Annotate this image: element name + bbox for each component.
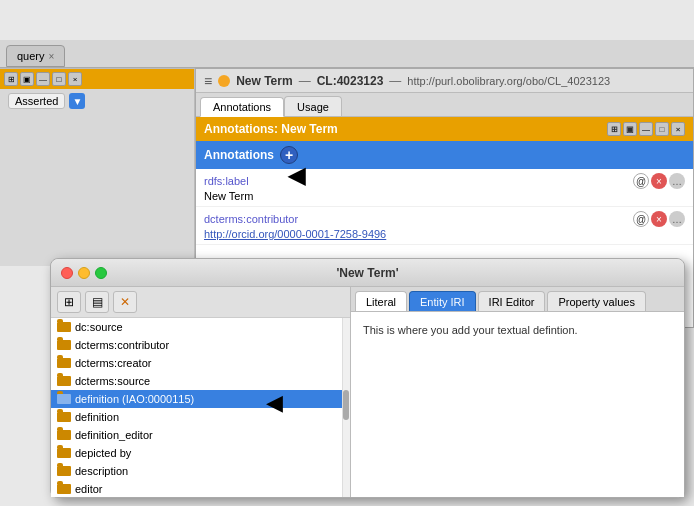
folder-icon <box>57 322 71 332</box>
sidebar-icon-1[interactable]: ⊞ <box>4 72 18 86</box>
rdfs-label-actions: @ × … <box>633 173 685 189</box>
separator1: — <box>299 74 311 88</box>
rdfs-label-header: rdfs:label @ × … <box>204 173 685 189</box>
list-item[interactable]: dc:source <box>51 318 350 336</box>
cl-url: http://purl.obolibrary.org/obo/CL_402312… <box>407 75 610 87</box>
header-icon-5[interactable]: × <box>671 122 685 136</box>
contributor-url-value[interactable]: http://orcid.org/0000-0001-7258-9496 <box>204 228 685 240</box>
rdfs-label-edit-btn[interactable]: … <box>669 173 685 189</box>
menu-icon[interactable]: ≡ <box>204 73 212 89</box>
tab-iri-editor[interactable]: IRI Editor <box>478 291 546 311</box>
sidebar-icon-3[interactable]: — <box>36 72 50 86</box>
toolbar-btn-3[interactable]: ✕ <box>113 291 137 313</box>
list-item[interactable]: editor <box>51 480 350 497</box>
list-item[interactable]: depicted by <box>51 444 350 462</box>
toolbar-btn-2[interactable]: ▤ <box>85 291 109 313</box>
dcterms-contributor-label: dcterms:contributor <box>204 213 298 225</box>
dcterms-contributor-header: dcterms:contributor @ × … <box>204 211 685 227</box>
folder-icon <box>57 358 71 368</box>
rdfs-label-at-btn[interactable]: @ <box>633 173 649 189</box>
dialog-left-toolbar: ⊞ ▤ ✕ <box>51 287 350 318</box>
dcterms-contributor-actions: @ × … <box>633 211 685 227</box>
window-title: New Term <box>236 74 292 88</box>
contributor-at-btn[interactable]: @ <box>633 211 649 227</box>
folder-icon <box>57 340 71 350</box>
separator2: — <box>389 74 401 88</box>
list-item[interactable]: dcterms:creator <box>51 354 350 372</box>
dialog-right-content: This is where you add your textual defin… <box>351 312 684 497</box>
dialog-content-text: This is where you add your textual defin… <box>363 324 578 336</box>
scrollbar-thumb[interactable] <box>343 390 349 420</box>
tab-usage[interactable]: Usage <box>284 96 342 116</box>
maximize-traffic-light[interactable] <box>95 267 107 279</box>
scrollbar-track <box>342 318 350 497</box>
list-item[interactable]: definition <box>51 408 350 426</box>
annotations-header: Annotations: New Term ⊞ ▣ — □ × <box>196 117 693 141</box>
query-tab-close[interactable]: × <box>49 51 55 62</box>
annotation-add-row: Annotations + <box>196 141 693 169</box>
top-tab-bar: query × <box>0 40 694 68</box>
header-icon-4[interactable]: □ <box>655 122 669 136</box>
sidebar-icon-2[interactable]: ▣ <box>20 72 34 86</box>
asserted-row: Asserted ▼ <box>0 89 194 113</box>
status-dot <box>218 75 230 87</box>
toolbar-btn-1[interactable]: ⊞ <box>57 291 81 313</box>
left-sidebar: ⊞ ▣ — □ × Asserted ▼ <box>0 68 195 266</box>
dialog-body: ⊞ ▤ ✕ dc:source dcterms:contributor dcte… <box>51 287 684 497</box>
query-tab[interactable]: query × <box>6 45 65 67</box>
folder-icon <box>57 412 71 422</box>
annotations-section-label: Annotations <box>204 148 274 162</box>
list-item[interactable]: description <box>51 462 350 480</box>
asserted-dropdown[interactable]: ▼ <box>69 93 85 109</box>
folder-icon <box>57 448 71 458</box>
list-item[interactable]: definition_editor <box>51 426 350 444</box>
header-icon-3[interactable]: — <box>639 122 653 136</box>
dcterms-contributor-item: dcterms:contributor @ × … http://orcid.o… <box>196 207 693 245</box>
rdfs-label-value: New Term <box>204 190 685 202</box>
tab-literal[interactable]: Literal <box>355 291 407 311</box>
dialog-right-panel: Literal Entity IRI IRI Editor Property v… <box>351 287 684 497</box>
annotations-content: Annotations + rdfs:label @ × … New Term … <box>196 141 693 245</box>
main-titlebar: ≡ New Term — CL:4023123 — http://purl.ob… <box>196 69 693 93</box>
contributor-delete-btn[interactable]: × <box>651 211 667 227</box>
cl-id: CL:4023123 <box>317 74 384 88</box>
asserted-label: Asserted <box>8 93 65 109</box>
sidebar-icon-4[interactable]: □ <box>52 72 66 86</box>
close-traffic-light[interactable] <box>61 267 73 279</box>
minimize-traffic-light[interactable] <box>78 267 90 279</box>
window-tabs: Annotations Usage <box>196 93 693 117</box>
tab-property-values[interactable]: Property values <box>547 291 645 311</box>
folder-icon <box>57 376 71 386</box>
folder-icon <box>57 466 71 476</box>
dialog-titlebar: 'New Term' <box>51 259 684 287</box>
contributor-edit-btn[interactable]: … <box>669 211 685 227</box>
sidebar-header: ⊞ ▣ — □ × <box>0 69 194 89</box>
tab-annotations[interactable]: Annotations <box>200 97 284 117</box>
sidebar-icon-5[interactable]: × <box>68 72 82 86</box>
header-icon-1[interactable]: ⊞ <box>607 122 621 136</box>
annotations-header-label: Annotations: New Term <box>204 122 338 136</box>
list-item[interactable]: dcterms:contributor <box>51 336 350 354</box>
folder-icon <box>57 484 71 494</box>
folder-icon <box>57 394 71 404</box>
dialog-list: dc:source dcterms:contributor dcterms:cr… <box>51 318 350 497</box>
dialog-right-tabs: Literal Entity IRI IRI Editor Property v… <box>351 287 684 312</box>
arrow-definition: ◀ <box>266 390 283 416</box>
tab-entity-iri[interactable]: Entity IRI <box>409 291 476 311</box>
rdfs-label-text: rdfs:label <box>204 175 249 187</box>
traffic-lights <box>61 267 107 279</box>
sidebar-icons: ⊞ ▣ — □ × <box>4 72 82 86</box>
add-annotation-button[interactable]: + <box>280 146 298 164</box>
list-item-selected[interactable]: definition (IAO:0000115) <box>51 390 350 408</box>
list-item[interactable]: dcterms:source <box>51 372 350 390</box>
header-icons: ⊞ ▣ — □ × <box>607 122 685 136</box>
arrow-add-annotation: ◀ <box>288 163 305 189</box>
header-icon-2[interactable]: ▣ <box>623 122 637 136</box>
floating-dialog: 'New Term' ⊞ ▤ ✕ dc:source dcterms:contr… <box>50 258 685 498</box>
rdfs-label-item: rdfs:label @ × … New Term <box>196 169 693 207</box>
dialog-title: 'New Term' <box>336 266 398 280</box>
dialog-left-panel: ⊞ ▤ ✕ dc:source dcterms:contributor dcte… <box>51 287 351 497</box>
query-tab-label: query <box>17 50 45 62</box>
rdfs-label-delete-btn[interactable]: × <box>651 173 667 189</box>
folder-icon <box>57 430 71 440</box>
